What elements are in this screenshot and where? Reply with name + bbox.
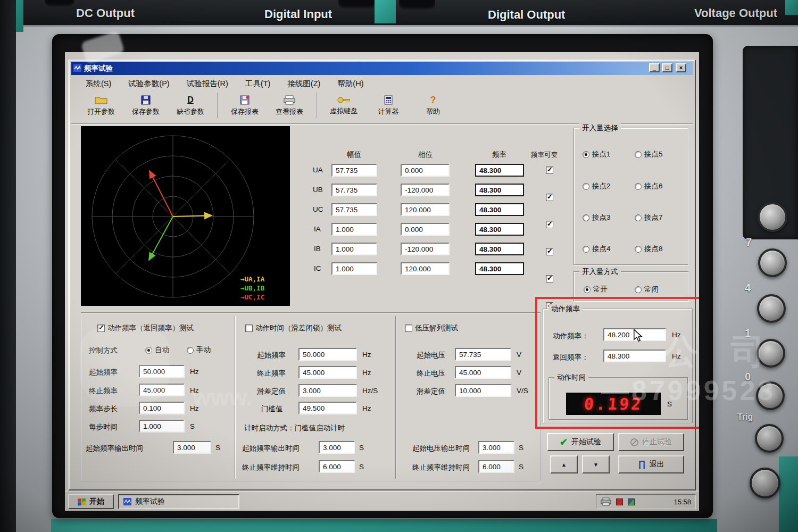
- test1-enable-checkbox[interactable]: 动作频率（返回频率）测试: [97, 323, 194, 333]
- unit: V: [517, 351, 521, 359]
- page-up-button[interactable]: ▲: [550, 455, 578, 473]
- page-down-button[interactable]: ▼: [582, 455, 610, 473]
- tray-icon-color[interactable]: [628, 498, 635, 505]
- knob-bottom[interactable]: [750, 468, 780, 498]
- system-tray: 15:58: [596, 494, 696, 509]
- ua-frequency-input[interactable]: 48.300: [475, 164, 524, 177]
- ia-frequency-input[interactable]: 48.300: [475, 223, 524, 236]
- save-params-button[interactable]: 保存参数: [123, 92, 168, 120]
- test2-end-freq-input[interactable]: 45.000: [298, 366, 357, 379]
- ua-freq-var-checkbox[interactable]: [546, 167, 553, 174]
- radio-contact-6[interactable]: 接点6: [635, 181, 663, 191]
- knob-trig[interactable]: [755, 424, 784, 453]
- maximize-button[interactable]: □: [662, 63, 672, 72]
- ua-amplitude-input[interactable]: 57.735: [331, 164, 377, 177]
- ib-phase-input[interactable]: -120.000: [401, 243, 450, 255]
- ib-amplitude-input[interactable]: 1.000: [331, 243, 377, 255]
- test1-freq-step-input[interactable]: 0.100: [139, 402, 185, 414]
- radio-normally-closed[interactable]: 常闭: [635, 285, 659, 294]
- task-button-frequency-test[interactable]: 频率试验: [118, 494, 239, 509]
- test3-end-voltage-input[interactable]: 45.000: [455, 366, 511, 379]
- test2-slip-value-input[interactable]: 3.000: [298, 384, 357, 397]
- test1-output-time-input[interactable]: 3.000: [173, 441, 211, 454]
- test1-step-time-input[interactable]: 1.000: [139, 420, 185, 433]
- menu-test-report[interactable]: 试验报告(R): [182, 78, 233, 90]
- knob-1[interactable]: [757, 339, 785, 368]
- stop-test-button[interactable]: 停止试验: [618, 433, 684, 451]
- knob-0[interactable]: [756, 381, 785, 410]
- taskbar: 开始 频率试验 15:58: [65, 491, 699, 511]
- menu-help[interactable]: 帮助(H): [332, 78, 368, 90]
- menu-system[interactable]: 系统(S): [81, 78, 116, 90]
- close-button[interactable]: ×: [676, 63, 686, 72]
- ic-amplitude-input[interactable]: 1.000: [331, 262, 377, 275]
- radio-contact-4[interactable]: 接点4: [583, 244, 611, 254]
- test3-enable-checkbox[interactable]: 低压解列测试: [405, 323, 458, 333]
- ia-freq-var-checkbox[interactable]: [546, 248, 553, 255]
- minimize-button[interactable]: _: [649, 63, 660, 72]
- open-params-button[interactable]: 打开参数: [79, 92, 123, 120]
- ia-amplitude-input[interactable]: 1.000: [331, 223, 377, 236]
- knob-4[interactable]: [757, 294, 786, 323]
- ib-frequency-input[interactable]: 48.300: [475, 243, 524, 255]
- radio-manual[interactable]: 手动: [187, 345, 211, 355]
- ib-freq-var-checkbox[interactable]: [546, 275, 553, 282]
- test1-end-freq-input[interactable]: 45.000: [139, 384, 185, 396]
- test3-slip-value-input[interactable]: 10.000: [455, 384, 511, 397]
- test1-start-freq-input[interactable]: 50.000: [139, 365, 185, 378]
- exit-button[interactable]: ∏ 退出: [618, 455, 684, 473]
- ua-phase-input[interactable]: 0.000: [401, 164, 450, 177]
- test3-hold-time-input[interactable]: 6.000: [478, 460, 514, 473]
- start-menu-button[interactable]: 开始: [68, 494, 114, 509]
- radio-auto[interactable]: 自动: [145, 345, 169, 355]
- radio-normally-open[interactable]: 常开: [584, 285, 608, 294]
- uc-freq-var-checkbox[interactable]: [546, 221, 553, 228]
- knob-7[interactable]: [758, 248, 787, 277]
- menu-tools[interactable]: 工具(T): [240, 78, 276, 90]
- test2-hold-time-input[interactable]: 6.000: [319, 460, 355, 473]
- save-report-button[interactable]: 保存报表: [222, 92, 267, 120]
- title-bar[interactable]: 频率试验 _ □ ×: [71, 62, 693, 75]
- unit: Hz/S: [362, 387, 378, 395]
- test2-field-label: 起始频率: [257, 351, 286, 360]
- ub-frequency-input[interactable]: 48.300: [475, 184, 524, 196]
- ia-phase-input[interactable]: 0.000: [401, 223, 450, 236]
- tray-icon-red[interactable]: [616, 498, 623, 505]
- test2-enable-checkbox[interactable]: 动作时间（滑差闭锁）测试: [245, 323, 342, 333]
- radio-contact-2[interactable]: 接点2: [583, 181, 611, 191]
- test3-output-time-input[interactable]: 3.000: [478, 441, 514, 454]
- ic-phase-input[interactable]: 120.000: [401, 262, 450, 275]
- radio-contact-8[interactable]: 接点8: [635, 244, 663, 254]
- calculator-button[interactable]: 计算器: [366, 92, 411, 120]
- test2-threshold-input[interactable]: 49.500: [298, 402, 357, 414]
- vector-ub: [149, 217, 173, 260]
- radio-contact-7[interactable]: 接点7: [635, 213, 663, 222]
- knob-top[interactable]: [758, 202, 787, 232]
- ub-freq-var-checkbox[interactable]: [546, 194, 553, 201]
- test2-start-freq-input[interactable]: 50.000: [298, 348, 357, 361]
- radio-contact-3[interactable]: 接点3: [583, 213, 611, 222]
- default-params-button[interactable]: D 缺省参数: [168, 92, 213, 120]
- test3-start-voltage-input[interactable]: 57.735: [455, 348, 511, 361]
- start-test-button[interactable]: ✔ 开始试验: [547, 433, 614, 451]
- test2-output-time-input[interactable]: 3.000: [319, 441, 355, 454]
- view-report-button[interactable]: 查看报表: [267, 92, 312, 120]
- radio-contact-1[interactable]: 接点1: [583, 149, 611, 159]
- clock: 15:58: [674, 498, 691, 506]
- tray-printer-icon[interactable]: [601, 497, 611, 506]
- uc-frequency-input[interactable]: 48.300: [475, 203, 524, 216]
- radio-dot: [583, 246, 589, 253]
- header-freq-variable: 频率可变: [531, 151, 558, 160]
- menu-test-params[interactable]: 试验参数(P): [123, 78, 174, 90]
- ub-amplitude-input[interactable]: 57.735: [331, 184, 377, 196]
- help-button[interactable]: ? 帮助: [411, 92, 455, 120]
- toolbar-label: 计算器: [378, 107, 399, 117]
- ub-phase-input[interactable]: -120.000: [401, 184, 450, 196]
- knob-label-trig: Trig: [737, 412, 753, 422]
- radio-contact-5[interactable]: 接点5: [635, 149, 663, 159]
- uc-amplitude-input[interactable]: 57.735: [331, 203, 377, 216]
- ic-frequency-input[interactable]: 48.300: [475, 262, 524, 275]
- menu-wiring-diagram[interactable]: 接线图(Z): [282, 78, 325, 90]
- uc-phase-input[interactable]: 120.000: [401, 203, 450, 216]
- virtual-keyboard-button[interactable]: 虚拟键盘: [321, 92, 366, 120]
